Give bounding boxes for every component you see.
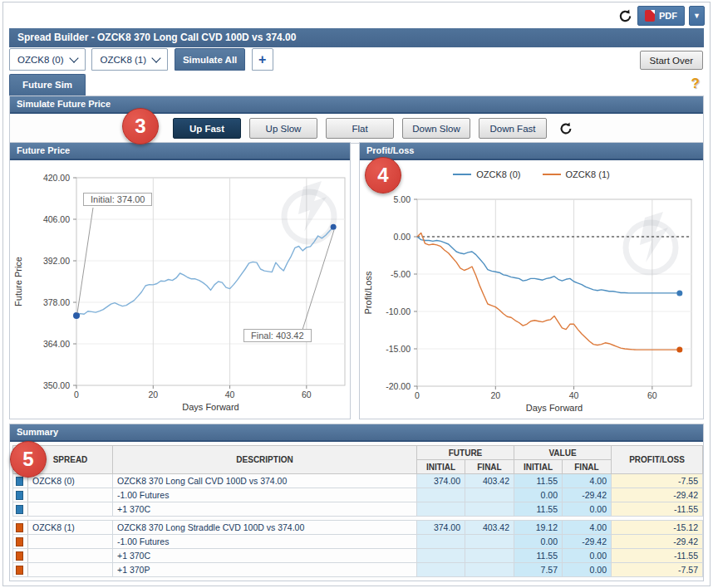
- table-row[interactable]: OZCK8 (0)OZCK8 370 Long Call CVD 100D vs…: [13, 474, 703, 488]
- svg-text:40: 40: [225, 390, 235, 399]
- refresh-icon[interactable]: [617, 8, 633, 24]
- future-sim-tab-row: Future Sim ?: [9, 74, 704, 96]
- svg-text:0: 0: [74, 390, 79, 399]
- table-row[interactable]: +1 370P7.570.00-7.57: [13, 563, 703, 577]
- spread-cell: OZCK8 (1): [28, 521, 113, 535]
- future-final-cell: [465, 563, 514, 577]
- svg-text:0: 0: [415, 390, 420, 400]
- value-initial-cell: 0.00: [514, 535, 563, 549]
- profit-loss-cell: -29.42: [612, 535, 703, 549]
- rerun-simulation-icon[interactable]: [558, 121, 573, 136]
- tab-ozck8-0[interactable]: OZCK8 (0): [9, 48, 86, 71]
- spread-color-marker: [13, 535, 28, 549]
- svg-text:-5.00: -5.00: [391, 269, 411, 279]
- description-column-header: DESCRIPTION: [113, 446, 417, 474]
- flat-button[interactable]: Flat: [326, 118, 394, 139]
- plus-icon: +: [258, 52, 266, 67]
- profit-loss-cell: -11.55: [612, 549, 703, 563]
- svg-text:350.00: 350.00: [43, 380, 70, 390]
- page-title: Spread Builder - OZCK8 370 Long Call CVD…: [17, 32, 296, 43]
- add-spread-tab-button[interactable]: +: [252, 48, 273, 71]
- future-initial-cell: 374.00: [417, 521, 465, 535]
- down-fast-button[interactable]: Down Fast: [479, 118, 547, 139]
- table-row[interactable]: -1.00 Futures0.00-29.42-29.42: [13, 488, 703, 502]
- simulate-future-price-panel: Simulate Future Price Up Fast Up Slow Fl…: [9, 96, 704, 144]
- svg-text:364.00: 364.00: [43, 339, 70, 349]
- spread-cell: [28, 535, 113, 549]
- future-price-header: Future Price: [10, 143, 350, 160]
- profit-loss-panel: Profit/Loss -20.00-15.00-10.00-5.000.005…: [359, 142, 704, 419]
- spread-cell: OZCK8 (0): [28, 474, 113, 488]
- down-slow-button[interactable]: Down Slow: [402, 118, 470, 139]
- help-icon[interactable]: ?: [691, 76, 700, 92]
- legend-label: OZCK8 (0): [476, 169, 520, 179]
- pdf-dropdown-button[interactable]: ▼: [689, 6, 705, 26]
- up-slow-button[interactable]: Up Slow: [249, 118, 317, 139]
- initial-price-callout: Initial: 374.00: [83, 193, 152, 206]
- future-initial-cell: [417, 563, 465, 577]
- profit-loss-cell: -7.55: [612, 474, 703, 488]
- spread-cell: [28, 488, 113, 502]
- svg-text:-20.00: -20.00: [386, 381, 411, 391]
- description-cell: -1.00 Futures: [113, 535, 417, 549]
- table-row[interactable]: +1 370C11.550.00-11.55: [13, 502, 703, 517]
- pdf-button-label: PDF: [659, 11, 677, 21]
- future-final-cell: [465, 535, 514, 549]
- value-initial-cell: 11.55: [514, 474, 563, 488]
- pdf-file-icon: [645, 10, 655, 22]
- value-group-header: VALUE: [514, 446, 612, 460]
- summary-table-body: OZCK8 (0)OZCK8 370 Long Call CVD 100D vs…: [13, 474, 703, 577]
- future-price-chart[interactable]: 350.00364.00378.00392.00406.00420.000204…: [10, 160, 350, 419]
- future-initial-cell: [417, 535, 465, 549]
- summary-panel: Summary SPREAD DESCRIPTION FUTURE VALUE …: [9, 424, 704, 581]
- description-cell: +1 370C: [113, 502, 417, 517]
- value-final-header: FINAL: [563, 460, 612, 474]
- tab-ozck8-1[interactable]: OZCK8 (1): [91, 48, 168, 71]
- profit-loss-chart[interactable]: -20.00-15.00-10.00-5.000.005.000204060Da…: [360, 160, 703, 419]
- value-final-cell: 0.00: [563, 563, 612, 577]
- profit-loss-cell: -11.55: [612, 502, 703, 517]
- table-row[interactable]: OZCK8 (1)OZCK8 370 Long Straddle CVD 100…: [13, 521, 703, 535]
- description-cell: OZCK8 370 Long Straddle CVD 100D vs 374.…: [113, 521, 417, 535]
- future-final-cell: 403.42: [465, 521, 514, 535]
- profit-loss-cell: -7.57: [612, 563, 703, 577]
- pdf-export-button[interactable]: PDF: [637, 6, 685, 26]
- svg-text:20: 20: [148, 390, 158, 399]
- future-group-header: FUTURE: [417, 446, 514, 460]
- description-cell: OZCK8 370 Long Call CVD 100D vs 374.00: [113, 474, 417, 488]
- chart-legend: OZCK8 (0) OZCK8 (1): [360, 169, 703, 179]
- table-row[interactable]: -1.00 Futures0.00-29.42-29.42: [13, 535, 703, 549]
- description-cell: -1.00 Futures: [113, 488, 417, 502]
- profit-loss-header: Profit/Loss: [360, 143, 703, 160]
- svg-text:-10.00: -10.00: [386, 306, 411, 316]
- tab-future-sim[interactable]: Future Sim: [9, 74, 86, 96]
- up-fast-button[interactable]: Up Fast: [173, 118, 241, 139]
- tab-label: Simulate All: [183, 55, 237, 65]
- profit-loss-column-header: PROFIT/LOSS: [612, 446, 703, 474]
- svg-text:Days Forward: Days Forward: [526, 403, 583, 413]
- profit-loss-chart-svg: -20.00-15.00-10.00-5.000.005.000204060Da…: [360, 160, 703, 419]
- final-price-callout: Final: 403.42: [243, 329, 312, 342]
- svg-text:0.00: 0.00: [394, 232, 411, 242]
- future-final-cell: [465, 549, 514, 563]
- svg-text:420.00: 420.00: [43, 173, 70, 183]
- future-price-chart-svg: 350.00364.00378.00392.00406.00420.000204…: [10, 160, 350, 419]
- future-price-panel: Future Price 350.00364.00378.00392.00406…: [9, 142, 351, 419]
- start-over-button[interactable]: Start Over: [640, 51, 703, 70]
- future-initial-header: INITIAL: [417, 460, 465, 474]
- future-initial-cell: [417, 549, 465, 563]
- value-initial-cell: 7.57: [514, 563, 563, 577]
- svg-text:406.00: 406.00: [43, 214, 70, 224]
- future-initial-cell: [417, 502, 465, 517]
- value-final-cell: 0.00: [563, 502, 612, 517]
- value-final-cell: 4.00: [563, 521, 612, 535]
- future-final-cell: [465, 488, 514, 502]
- table-row[interactable]: +1 370C11.550.00-11.55: [13, 549, 703, 563]
- svg-text:392.00: 392.00: [43, 256, 70, 266]
- future-initial-cell: 374.00: [417, 474, 465, 488]
- top-toolbar: PDF ▼: [3, 2, 710, 27]
- spread-color-marker: [13, 488, 28, 502]
- spread-cell: [28, 563, 113, 577]
- tab-simulate-all[interactable]: Simulate All: [175, 48, 245, 71]
- value-final-cell: 0.00: [563, 549, 612, 563]
